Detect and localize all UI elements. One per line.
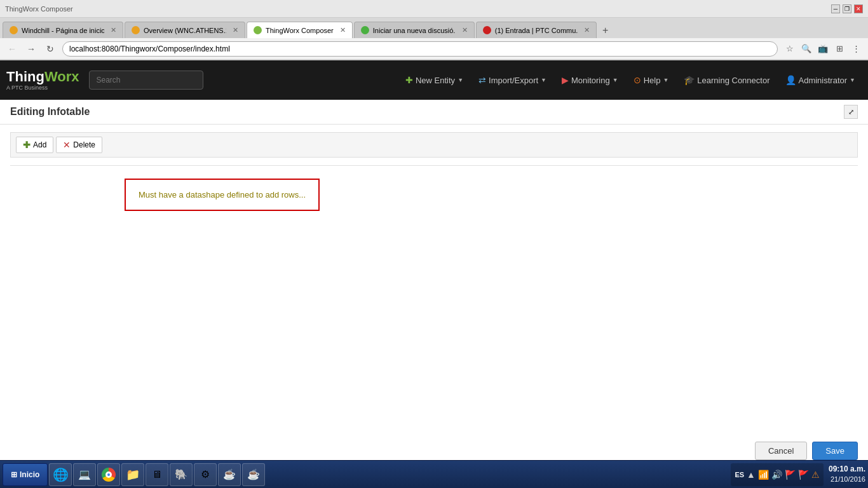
tab-favicon-4 [361, 26, 369, 34]
zoom-button[interactable]: 🔍 [799, 42, 813, 56]
bookmark-button[interactable]: ☆ [783, 42, 797, 56]
tab-close-2[interactable]: ✕ [233, 26, 238, 34]
page-title: Editing Infotable [10, 106, 90, 118]
logo-worx-text: Worx [44, 70, 79, 84]
restore-button[interactable]: ❐ [843, 4, 851, 13]
add-label: Add [33, 140, 46, 149]
address-bar: ← → ↻ ☆ 🔍 📺 ⊞ ⋮ [0, 38, 868, 60]
minimize-button[interactable]: ─ [831, 4, 840, 13]
nav-import-export[interactable]: ⇄ Import/Export ▼ [472, 71, 553, 89]
window-controls: ─ ❐ ✕ [831, 4, 863, 13]
logo: ThingWorx [6, 70, 79, 84]
plus-icon: ✚ [405, 75, 413, 85]
tab-label-3: ThingWorx Composer [266, 27, 334, 34]
tab-iniciar[interactable]: Iniciar una nueva discusió... ✕ [354, 22, 475, 38]
extensions-button[interactable]: ⊞ [832, 42, 846, 56]
nav-new-entity-label: New Entity [416, 76, 455, 85]
message-box: Must have a datashape defined to add row… [125, 179, 320, 211]
toolbar: ✚ Add ✕ Delete [10, 132, 858, 158]
tab-label-2: Overview (WNC.ATHENS.1... [144, 27, 226, 34]
monitoring-chevron: ▼ [613, 77, 618, 83]
tab-label-5: (1) Entrada | PTC Commu... [495, 27, 578, 34]
tab-favicon-1 [10, 26, 18, 34]
message-text: Must have a datashape defined to add row… [139, 190, 306, 200]
logo-thing-text: Thing [6, 70, 44, 84]
tab-close-3[interactable]: ✕ [340, 26, 346, 34]
nav-learning-label: Learning Connector [697, 76, 770, 85]
new-tab-button[interactable]: + [598, 23, 613, 38]
new-entity-chevron: ▼ [458, 77, 463, 83]
tabs-bar: Windchill - Página de inicio ✕ Overview … [0, 18, 868, 38]
admin-chevron: ▼ [850, 77, 855, 83]
close-button[interactable]: ✕ [854, 4, 863, 13]
title-bar: ThingWorx Composer ─ ❐ ✕ [0, 0, 868, 18]
cast-button[interactable]: 📺 [816, 42, 830, 56]
import-export-icon: ⇄ [478, 75, 486, 85]
tab-close-4[interactable]: ✕ [462, 26, 468, 34]
browser-actions: ☆ 🔍 📺 ⊞ ⋮ [783, 42, 863, 56]
logo-area: ThingWorx A PTC Business [6, 70, 79, 91]
monitoring-icon: ▶ [562, 75, 569, 85]
tab-close-5[interactable]: ✕ [584, 26, 590, 34]
tab-label-4: Iniciar una nueva discusió... [373, 27, 456, 34]
header-nav: ✚ New Entity ▼ ⇄ Import/Export ▼ ▶ Monit… [399, 71, 862, 89]
logo-subtitle: A PTC Business [6, 85, 79, 91]
tab-favicon-3 [254, 26, 262, 34]
delete-button[interactable]: ✕ Delete [56, 137, 102, 153]
tab-thingworx[interactable]: ThingWorx Composer ✕ [247, 22, 353, 38]
delete-icon: ✕ [63, 140, 71, 150]
search-input[interactable] [89, 71, 203, 90]
tab-ptc[interactable]: (1) Entrada | PTC Commu... ✕ [476, 22, 597, 38]
nav-admin-label: Administrator [799, 76, 848, 85]
nav-help[interactable]: ⊙ Help ▼ [627, 71, 675, 89]
tab-label-1: Windchill - Página de inicio [22, 27, 104, 34]
nav-learning-connector[interactable]: 🎓 Learning Connector [677, 71, 776, 89]
help-chevron: ▼ [663, 77, 668, 83]
tab-close-1[interactable]: ✕ [111, 26, 116, 34]
help-icon: ⊙ [634, 75, 641, 85]
delete-label: Delete [73, 140, 95, 149]
page-title-bar: Editing Infotable ⤢ [0, 100, 868, 125]
content-area: Must have a datashape defined to add row… [10, 165, 858, 211]
reload-button[interactable]: ↻ [43, 42, 57, 56]
nav-monitoring-label: Monitoring [571, 76, 610, 85]
fullscreen-button[interactable]: ⤢ [844, 105, 858, 119]
forward-button[interactable]: → [24, 42, 38, 56]
import-export-chevron: ▼ [541, 77, 546, 83]
app-header: ThingWorx A PTC Business ✚ New Entity ▼ … [0, 60, 868, 100]
menu-button[interactable]: ⋮ [849, 42, 863, 56]
back-button[interactable]: ← [5, 42, 19, 56]
add-icon: ✚ [23, 140, 31, 150]
nav-help-label: Help [644, 76, 661, 85]
nav-import-export-label: Import/Export [489, 76, 538, 85]
tab-windchill[interactable]: Windchill - Página de inicio ✕ [3, 22, 123, 38]
nav-new-entity[interactable]: ✚ New Entity ▼ [399, 71, 470, 89]
window-title: ThingWorx Composer [5, 5, 73, 13]
tab-favicon-5 [483, 26, 491, 34]
browser-chrome: ThingWorx Composer ─ ❐ ✕ Windchill - Pág… [0, 0, 868, 60]
nav-administrator[interactable]: 👤 Administrator ▼ [779, 71, 862, 89]
tab-overview[interactable]: Overview (WNC.ATHENS.1... ✕ [125, 22, 245, 38]
url-input[interactable] [62, 41, 778, 57]
admin-icon: 👤 [785, 75, 796, 85]
separator [10, 165, 858, 166]
tab-favicon-2 [132, 26, 140, 34]
add-button[interactable]: ✚ Add [16, 137, 53, 153]
learning-icon: 🎓 [684, 75, 695, 85]
nav-monitoring[interactable]: ▶ Monitoring ▼ [555, 71, 625, 89]
